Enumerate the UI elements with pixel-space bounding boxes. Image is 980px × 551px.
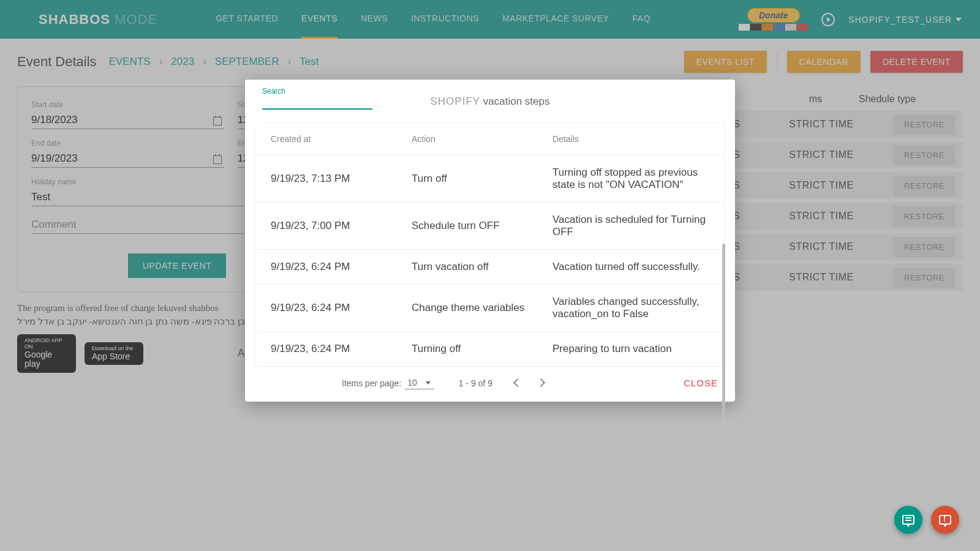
items-per-page-label: Items per page: — [342, 378, 401, 388]
table-row: 9/19/23, 7:00 PMSchedule turn OFFVacatio… — [256, 203, 724, 250]
col-header-details: Details — [552, 134, 709, 144]
next-page-button[interactable] — [537, 377, 549, 389]
search-input[interactable] — [262, 93, 372, 110]
table-row: 9/19/23, 6:24 PMTurn vacation offVacatio… — [256, 250, 724, 285]
col-header-created: Created at — [271, 134, 412, 144]
page-range: 1 - 9 of 9 — [459, 378, 492, 388]
prev-page-button[interactable] — [511, 377, 523, 389]
modal-title: SHOPIFY vacation steps — [397, 96, 583, 108]
vacation-steps-modal: Search SHOPIFY vacation steps Created at… — [245, 80, 735, 402]
feedback-fab[interactable]: ! — [931, 506, 959, 534]
table-row: 9/19/23, 7:13 PMTurn offTurning off stop… — [256, 156, 724, 203]
scrollbar[interactable] — [722, 244, 725, 427]
chat-icon — [902, 515, 914, 525]
items-per-page-select[interactable]: 10 — [405, 377, 434, 389]
feedback-icon: ! — [939, 515, 951, 525]
close-button[interactable]: CLOSE — [684, 378, 718, 388]
col-header-action: Action — [412, 134, 552, 144]
table-row: 9/19/23, 6:24 PMTurning offPreparing to … — [256, 332, 724, 367]
search-label: Search — [262, 87, 285, 96]
table-row: 9/19/23, 6:24 PMChange theme variablesVa… — [256, 285, 724, 332]
chat-fab[interactable] — [894, 506, 922, 534]
